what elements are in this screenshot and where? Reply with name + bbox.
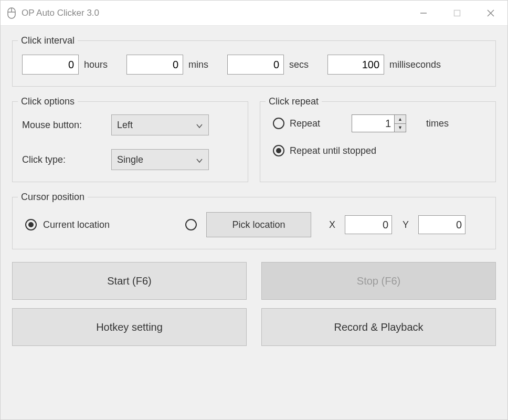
current-location-radio[interactable] bbox=[25, 219, 37, 230]
click-interval-group: Click interval hours mins secs milliseco… bbox=[12, 35, 496, 87]
start-button[interactable]: Start (F6) bbox=[12, 262, 247, 300]
x-input[interactable]: 0 bbox=[345, 215, 392, 234]
mouse-button-label: Mouse button: bbox=[22, 120, 111, 131]
secs-label: secs bbox=[289, 59, 309, 70]
spinner-up-button[interactable]: ▲ bbox=[395, 115, 406, 124]
cursor-position-legend: Cursor position bbox=[18, 192, 88, 203]
repeat-count-value: 1 bbox=[352, 115, 394, 132]
pick-location-radio[interactable] bbox=[185, 219, 197, 230]
click-interval-legend: Click interval bbox=[18, 35, 78, 46]
record-playback-button[interactable]: Record & Playback bbox=[261, 308, 496, 346]
pick-location-button-label: Pick location bbox=[232, 219, 285, 230]
chevron-down-icon bbox=[196, 121, 203, 129]
hours-label: hours bbox=[84, 59, 108, 70]
window-controls bbox=[407, 1, 507, 25]
secs-input[interactable] bbox=[227, 55, 284, 75]
click-type-label: Click type: bbox=[22, 154, 111, 165]
click-options-legend: Click options bbox=[18, 96, 78, 107]
hotkey-button-label: Hotkey setting bbox=[96, 321, 163, 333]
start-button-label: Start (F6) bbox=[107, 275, 151, 287]
mouse-button-row: Mouse button: Left bbox=[22, 114, 238, 135]
mouse-icon bbox=[7, 7, 16, 19]
action-button-grid: Start (F6) Stop (F6) Hotkey setting Reco… bbox=[12, 262, 496, 346]
options-repeat-row: Click options Mouse button: Left Click t… bbox=[12, 96, 496, 182]
click-type-row: Click type: Single bbox=[22, 149, 238, 170]
repeat-until-label: Repeat until stopped bbox=[290, 145, 376, 156]
current-location-label: Current location bbox=[43, 219, 110, 230]
repeat-until-row: Repeat until stopped bbox=[273, 145, 486, 156]
ms-label: milliseconds bbox=[389, 59, 441, 70]
close-button[interactable] bbox=[474, 1, 507, 25]
record-button-label: Record & Playback bbox=[334, 321, 423, 333]
repeat-count-spinner[interactable]: 1 ▲ ▼ bbox=[352, 114, 406, 132]
minimize-button[interactable] bbox=[407, 1, 440, 25]
click-options-group: Click options Mouse button: Left Click t… bbox=[12, 96, 248, 182]
interval-row: hours mins secs milliseconds bbox=[13, 46, 495, 86]
click-repeat-group: Click repeat Repeat 1 ▲ ▼ times bbox=[260, 96, 496, 182]
repeat-n-row: Repeat 1 ▲ ▼ times bbox=[273, 114, 486, 132]
hotkey-setting-button[interactable]: Hotkey setting bbox=[12, 308, 247, 346]
content-area: Click interval hours mins secs milliseco… bbox=[1, 26, 507, 419]
mins-label: mins bbox=[188, 59, 208, 70]
mouse-button-select[interactable]: Left bbox=[111, 114, 209, 135]
svg-rect-3 bbox=[454, 10, 460, 16]
mouse-button-value: Left bbox=[117, 120, 196, 131]
repeat-times-label: times bbox=[426, 118, 449, 129]
click-type-select[interactable]: Single bbox=[111, 149, 209, 170]
spinner-down-button[interactable]: ▼ bbox=[395, 124, 406, 132]
x-label: X bbox=[329, 219, 335, 230]
click-type-value: Single bbox=[117, 154, 196, 165]
hours-input[interactable] bbox=[22, 55, 79, 75]
mins-input[interactable] bbox=[126, 55, 183, 75]
y-input[interactable]: 0 bbox=[418, 215, 465, 234]
click-repeat-legend: Click repeat bbox=[266, 96, 322, 107]
stop-button: Stop (F6) bbox=[261, 262, 496, 300]
maximize-button[interactable] bbox=[440, 1, 474, 25]
ms-input[interactable] bbox=[327, 55, 384, 75]
pick-location-button[interactable]: Pick location bbox=[206, 212, 311, 237]
repeat-n-radio[interactable] bbox=[273, 118, 284, 129]
cursor-position-group: Cursor position Current location Pick lo… bbox=[12, 192, 496, 249]
app-window: OP Auto Clicker 3.0 Click interval hours bbox=[0, 0, 508, 420]
repeat-until-radio[interactable] bbox=[273, 145, 284, 156]
window-title: OP Auto Clicker 3.0 bbox=[22, 8, 407, 18]
y-label: Y bbox=[403, 219, 409, 230]
chevron-down-icon bbox=[196, 156, 203, 163]
titlebar: OP Auto Clicker 3.0 bbox=[1, 1, 507, 26]
repeat-n-label: Repeat bbox=[290, 118, 320, 129]
stop-button-label: Stop (F6) bbox=[357, 275, 400, 287]
